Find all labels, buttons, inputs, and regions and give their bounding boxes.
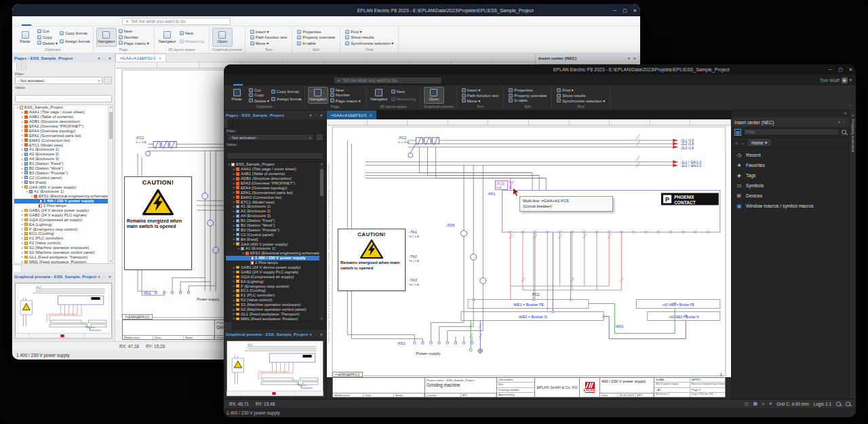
filter-more-button[interactable]: ...: [315, 134, 323, 141]
tree-item[interactable]: ▾ A1 (Enclosure 1): [226, 246, 319, 251]
tree-item[interactable]: ▸ MM1 (Feed workpiece: Position): [226, 316, 319, 321]
ribbon-tab[interactable]: [79, 16, 88, 26]
tree-item[interactable]: ▸ EC1 (Cooling): [14, 231, 108, 236]
panel-header-icons[interactable]: ▾ ✕: [628, 56, 637, 60]
schematic-sheet[interactable]: Protected by copyright. Passing on as we…: [327, 126, 731, 377]
panel-tab[interactable]: [17, 62, 22, 71]
close-icon[interactable]: ✕: [159, 56, 161, 60]
panel-header-icons[interactable]: ▾ ▫: [838, 120, 846, 124]
insert-center-item[interactable]: ◈ Tags: [732, 170, 849, 180]
insert-center-search[interactable]: [743, 128, 840, 136]
tree-item[interactable]: ▸ A4 (Enclosure 3): [14, 157, 108, 161]
ribbon-button[interactable]: Path function text: [462, 94, 498, 98]
ribbon-tab[interactable]: [69, 16, 79, 26]
tree-item[interactable]: ▸ ETC1 (Model view): [14, 142, 108, 147]
tree-item[interactable]: ▾ GAA (400 V power supply): [226, 242, 319, 246]
tree-item[interactable]: ▸ S1 (Machine operation enclosure): [226, 303, 319, 307]
tree-item[interactable]: ▸ S2 (Machine operation control panel): [226, 307, 319, 312]
tree-item[interactable]: ▸ AAA1 (Title page / cover sheet): [14, 110, 108, 115]
tree-item[interactable]: ▸ ADB1 (Structure description): [14, 119, 108, 124]
ribbon-button[interactable]: New: [119, 29, 149, 33]
insert-center-item[interactable]: ▣ Window macros / symbol macros: [732, 201, 849, 211]
grid-icon[interactable]: ▦: [753, 401, 757, 406]
tree-item[interactable]: ▸ A4 (Enclosure 3): [226, 214, 319, 218]
document-tab[interactable]: =GAA+A1&EFS1/1✕: [327, 111, 376, 119]
insert-center-header[interactable]: Insert center (NEC) ▾ ▫: [732, 117, 849, 127]
tell-me-search[interactable]: ✦: [122, 18, 231, 25]
title-bar[interactable]: EPLAN Electric P8 2023 - E:\EPLAN\Data\2…: [224, 64, 856, 75]
tree-item[interactable]: ▸ K2 (Valve control): [226, 298, 319, 303]
title-bar[interactable]: EPLAN Electric P8 2023 - E:\EPLAN\Data\2…: [12, 4, 640, 16]
ribbon-button[interactable]: Properties: [509, 88, 547, 92]
ribbon-tab[interactable]: [243, 75, 252, 85]
back-icon[interactable]: ←: [741, 140, 745, 145]
ribbon-big-button[interactable]: Open: [424, 87, 444, 104]
ribbon-tab[interactable]: [60, 16, 69, 26]
ribbon-button[interactable]: Copy: [37, 35, 58, 39]
tree-list-tab[interactable]: [12, 265, 22, 272]
ribbon-button[interactable]: Move ▾: [462, 98, 498, 103]
tree-item[interactable]: ▸ A1 (Enclosure 1): [226, 204, 319, 209]
tree-item[interactable]: ▸ S1 (Machine operation enclosure): [14, 246, 108, 250]
tree-item[interactable]: ▸ B3 (Station "Provide"): [14, 170, 108, 175]
tree-item[interactable]: ▸ AAB1 (Table of contents): [226, 172, 319, 176]
tree-item[interactable]: ▸ C2 (Control panel): [226, 232, 319, 237]
tree-item[interactable]: ▸ EPA1 (Summarized parts list): [226, 190, 319, 195]
tree-item[interactable]: ▸ A2 (Enclosure 2): [14, 152, 108, 157]
ribbon-tab[interactable]: [319, 75, 328, 85]
tree-item[interactable]: ▸ GAB1 (24 V device power supply): [14, 208, 108, 213]
ribbon-tab[interactable]: [290, 75, 300, 85]
tree-list-tab[interactable]: [224, 322, 232, 330]
tree-item[interactable]: 2 Pilot lamps: [14, 204, 108, 208]
value-input[interactable]: [15, 95, 112, 102]
ribbon-button[interactable]: Properties: [297, 30, 335, 34]
ribbon-button[interactable]: Move ▾: [250, 41, 287, 45]
tree-item[interactable]: ▸ GQA (Compressed air supply): [14, 217, 108, 222]
snap-icon[interactable]: ◫: [745, 401, 749, 406]
ribbon-button[interactable]: Number: [330, 93, 361, 97]
ribbon-button[interactable]: Measuring: [180, 39, 204, 43]
ribbon-button[interactable]: Copy format: [60, 31, 90, 35]
search-icon[interactable]: [842, 130, 846, 134]
graphical-preview[interactable]: -FC1: [14, 282, 113, 340]
ribbon-tab[interactable]: [41, 16, 50, 26]
tree-item[interactable]: ▸ K1 (PLC controller): [226, 293, 319, 298]
tree-item[interactable]: ▾ ESS_Sample_Project: [14, 105, 108, 110]
filter-select[interactable]: - Not activated -▾: [15, 77, 102, 84]
zoom-in-icon[interactable]: [836, 402, 841, 406]
ribbon-button[interactable]: Insert ▾: [462, 88, 498, 92]
tree-item[interactable]: ▸ EMA3 (Connection list): [226, 195, 319, 199]
tree-item[interactable]: ▸ B2 (Station "Work"): [14, 166, 108, 171]
ribbon-tab[interactable]: [107, 16, 117, 26]
tree-item[interactable]: ▸ B1 (Station "Feed"): [226, 218, 319, 223]
ribbon-tab[interactable]: [88, 16, 98, 26]
ribbon-tab[interactable]: [262, 75, 271, 85]
tree-item[interactable]: ▸ K2 (Valve control): [14, 241, 108, 246]
tree-item[interactable]: ▸ GL1 (Feed workpiece: Transport): [226, 312, 319, 317]
ribbon-button[interactable]: Property overview: [297, 35, 335, 39]
tree-item[interactable]: ▸ S2 (Machine operation control panel): [14, 250, 108, 255]
panel-tab[interactable]: [224, 119, 229, 128]
page-reference[interactable]: =+EMA&EPA1/1: [332, 372, 363, 377]
insert-center-item[interactable]: ★ Favorites: [732, 160, 849, 170]
page-reference[interactable]: =+EMA&EPA1/1: [122, 314, 153, 320]
tree-item[interactable]: ▸ A2 (Enclosure 2): [226, 209, 319, 214]
tree-item[interactable]: ▸ GQA (Compressed air supply): [226, 274, 319, 279]
ribbon-button[interactable]: Cut: [37, 29, 58, 33]
panel-tab[interactable]: [229, 119, 233, 128]
tell-me-search[interactable]: ✦: [334, 77, 442, 84]
panel-header-icons[interactable]: ▾ ▫ ✕: [310, 332, 324, 336]
tree-item[interactable]: ▸ A1 (Enclosure 1): [14, 147, 108, 152]
grid-view-icon[interactable]: ▦: [734, 129, 741, 136]
tree-item[interactable]: ▾ A1 (Enclosure 1): [14, 189, 108, 194]
tree-item[interactable]: 1 400 / 230 V power supply: [226, 256, 319, 261]
filter-more-button[interactable]: ...: [104, 77, 112, 84]
ribbon-button[interactable]: Assign format: [60, 39, 90, 43]
tree-item[interactable]: ▸ EFA2 (Overview "PROFINET"): [14, 124, 108, 129]
graphical-preview[interactable]: -FC1: [225, 339, 325, 398]
close-button[interactable]: ✕: [630, 8, 640, 13]
zoom-out-icon[interactable]: [846, 402, 850, 406]
value-input[interactable]: [226, 152, 323, 159]
tree-item[interactable]: ▸ GAB2 (24 V supply PLC signals): [14, 212, 108, 217]
panel-header-icons[interactable]: ▾ ▫ ✕: [310, 113, 324, 117]
